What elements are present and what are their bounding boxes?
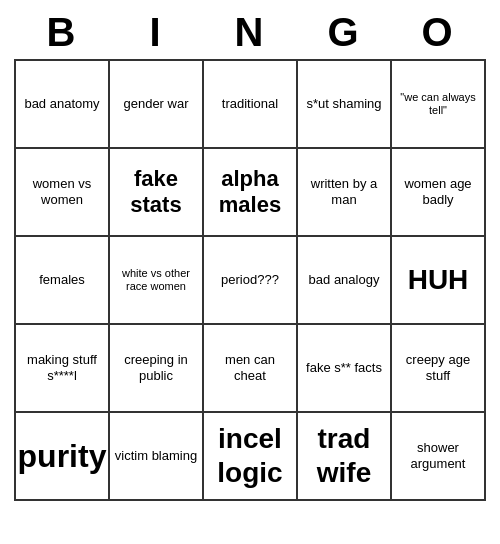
bingo-cell-19: creepy age stuff <box>392 325 486 413</box>
title-g: G <box>297 10 391 55</box>
bingo-cell-11: white vs other race women <box>110 237 204 325</box>
bingo-cell-4: "we can always tell" <box>392 61 486 149</box>
bingo-title: B I N G O <box>15 10 485 55</box>
bingo-cell-21: victim blaming <box>110 413 204 501</box>
bingo-cell-3: s*ut shaming <box>298 61 392 149</box>
bingo-cell-15: making stuff s****l <box>16 325 110 413</box>
bingo-cell-7: alpha males <box>204 149 298 237</box>
title-o: O <box>391 10 485 55</box>
bingo-cell-18: fake s** facts <box>298 325 392 413</box>
bingo-cell-14: HUH <box>392 237 486 325</box>
bingo-cell-2: traditional <box>204 61 298 149</box>
bingo-cell-16: creeping in public <box>110 325 204 413</box>
bingo-cell-5: women vs women <box>16 149 110 237</box>
bingo-cell-24: shower argument <box>392 413 486 501</box>
bingo-cell-13: bad analogy <box>298 237 392 325</box>
title-b: B <box>15 10 109 55</box>
bingo-cell-12: period??? <box>204 237 298 325</box>
bingo-cell-10: females <box>16 237 110 325</box>
bingo-cell-20: purity <box>16 413 110 501</box>
bingo-cell-23: trad wife <box>298 413 392 501</box>
bingo-cell-17: men can cheat <box>204 325 298 413</box>
bingo-cell-22: incel logic <box>204 413 298 501</box>
bingo-cell-8: written by a man <box>298 149 392 237</box>
bingo-grid: bad anatomygender wartraditionals*ut sha… <box>14 59 486 501</box>
bingo-cell-6: fake stats <box>110 149 204 237</box>
bingo-cell-1: gender war <box>110 61 204 149</box>
bingo-cell-0: bad anatomy <box>16 61 110 149</box>
title-n: N <box>203 10 297 55</box>
bingo-cell-9: women age badly <box>392 149 486 237</box>
title-i: I <box>109 10 203 55</box>
